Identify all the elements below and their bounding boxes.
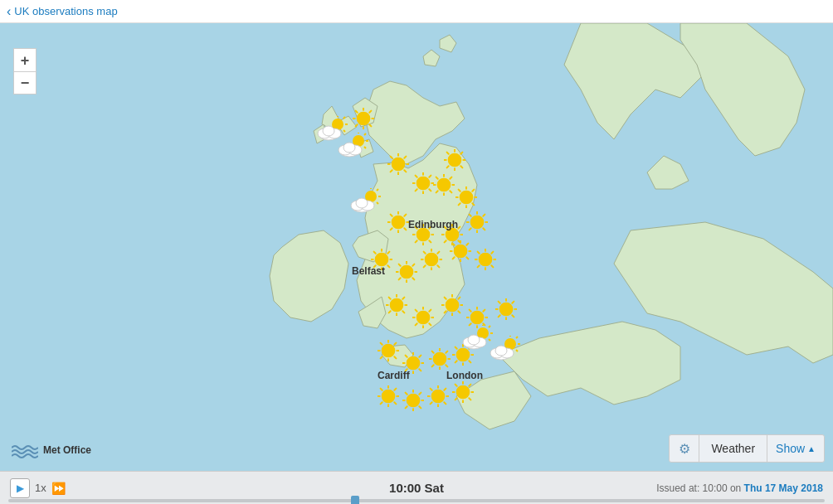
sun-icon-14 bbox=[475, 249, 496, 274]
svg-line-273 bbox=[377, 189, 378, 191]
svg-point-36 bbox=[448, 153, 462, 167]
svg-point-234 bbox=[407, 394, 421, 408]
svg-line-24 bbox=[416, 176, 417, 177]
svg-line-83 bbox=[483, 228, 485, 230]
city-label-belfast: Belfast bbox=[352, 265, 385, 277]
svg-line-47 bbox=[472, 203, 474, 205]
svg-line-257 bbox=[343, 130, 345, 132]
svg-line-134 bbox=[491, 252, 493, 254]
svg-point-252 bbox=[456, 385, 470, 400]
svg-line-103 bbox=[399, 278, 401, 279]
svg-point-126 bbox=[454, 245, 468, 259]
svg-line-17 bbox=[404, 157, 406, 158]
back-link[interactable]: UK observations map bbox=[7, 4, 118, 19]
cloud-sun-icon-1 bbox=[337, 133, 368, 162]
svg-line-6 bbox=[356, 111, 358, 113]
svg-line-98 bbox=[387, 252, 389, 254]
svg-point-135 bbox=[479, 253, 493, 267]
svg-line-40 bbox=[436, 191, 438, 192]
svg-line-15 bbox=[391, 157, 392, 158]
met-office-logo: Met Office bbox=[12, 441, 91, 459]
sun-icon-6 bbox=[387, 211, 409, 236]
sun-icon-5 bbox=[455, 187, 477, 211]
play-button[interactable]: ▶ bbox=[10, 478, 30, 498]
sun-icon-25 bbox=[402, 390, 424, 414]
svg-line-60 bbox=[391, 215, 392, 216]
timeline-container[interactable] bbox=[0, 496, 833, 504]
svg-line-125 bbox=[466, 244, 468, 245]
svg-line-157 bbox=[445, 311, 446, 313]
svg-line-62 bbox=[404, 215, 406, 216]
svg-line-20 bbox=[429, 189, 431, 191]
svg-line-112 bbox=[424, 265, 426, 267]
svg-line-89 bbox=[483, 215, 485, 216]
svg-line-116 bbox=[437, 252, 439, 254]
svg-line-33 bbox=[447, 153, 449, 154]
svg-line-119 bbox=[466, 257, 468, 259]
svg-line-161 bbox=[458, 298, 460, 299]
svg-line-22 bbox=[416, 189, 417, 191]
svg-line-51 bbox=[459, 190, 460, 191]
svg-point-9 bbox=[357, 112, 371, 126]
svg-line-49 bbox=[459, 203, 460, 205]
fast-forward-button[interactable]: ⏩ bbox=[51, 482, 66, 495]
sun-icon-16 bbox=[412, 307, 434, 332]
svg-line-4 bbox=[356, 124, 358, 126]
svg-line-275 bbox=[377, 202, 378, 204]
svg-line-67 bbox=[416, 240, 417, 242]
svg-line-143 bbox=[402, 298, 404, 299]
issued-date: Thu 17 May 2018 bbox=[744, 482, 823, 494]
svg-line-291 bbox=[516, 337, 518, 338]
svg-line-173 bbox=[512, 315, 514, 317]
svg-line-65 bbox=[429, 240, 431, 242]
met-office-waves-icon bbox=[12, 441, 38, 459]
sun-icon-15 bbox=[386, 294, 407, 319]
svg-line-238 bbox=[431, 402, 432, 404]
map-container: + − bbox=[0, 23, 833, 471]
svg-point-108 bbox=[400, 265, 414, 279]
svg-line-58 bbox=[391, 228, 392, 230]
sun-icon-24 bbox=[378, 385, 399, 410]
svg-point-171 bbox=[470, 311, 485, 325]
gear-button[interactable]: ⚙ bbox=[670, 434, 699, 463]
sun-icon-2 bbox=[412, 172, 434, 197]
svg-point-54 bbox=[460, 191, 474, 205]
zoom-in-button[interactable]: + bbox=[13, 48, 37, 71]
svg-point-297 bbox=[495, 346, 507, 356]
svg-line-202 bbox=[432, 365, 434, 366]
show-button[interactable]: Show bbox=[767, 434, 824, 463]
svg-line-35 bbox=[460, 153, 462, 154]
svg-line-245 bbox=[469, 398, 470, 400]
svg-line-213 bbox=[455, 347, 457, 349]
svg-point-198 bbox=[407, 356, 421, 371]
svg-line-218 bbox=[394, 402, 396, 404]
svg-line-211 bbox=[455, 361, 457, 362]
svg-line-85 bbox=[470, 228, 471, 230]
svg-line-146 bbox=[429, 323, 431, 325]
svg-line-264 bbox=[364, 133, 366, 135]
svg-point-189 bbox=[382, 344, 396, 358]
svg-point-45 bbox=[437, 178, 451, 192]
zoom-out-button[interactable]: − bbox=[13, 71, 37, 94]
svg-line-141 bbox=[389, 298, 391, 299]
svg-line-110 bbox=[437, 265, 439, 267]
sun-icon-12 bbox=[421, 249, 442, 274]
sun-icon-26 bbox=[427, 385, 449, 410]
zoom-controls: + − bbox=[13, 48, 37, 94]
svg-line-128 bbox=[491, 265, 493, 267]
timeline-thumb[interactable] bbox=[351, 496, 359, 504]
sun-icon-0 bbox=[353, 108, 374, 133]
svg-line-150 bbox=[416, 310, 417, 312]
svg-line-53 bbox=[472, 190, 474, 191]
svg-line-255 bbox=[343, 117, 345, 119]
sun-icon-11 bbox=[396, 261, 417, 286]
playback-controls: ▶ 1x ⏩ bbox=[10, 478, 66, 498]
svg-point-144 bbox=[390, 298, 404, 313]
weather-label: Weather bbox=[699, 442, 767, 455]
svg-line-282 bbox=[489, 326, 490, 327]
svg-line-56 bbox=[404, 228, 406, 230]
svg-line-242 bbox=[444, 389, 446, 390]
time-display: 10:00 Sat bbox=[389, 481, 444, 495]
svg-line-229 bbox=[406, 406, 407, 408]
svg-line-206 bbox=[446, 351, 447, 353]
